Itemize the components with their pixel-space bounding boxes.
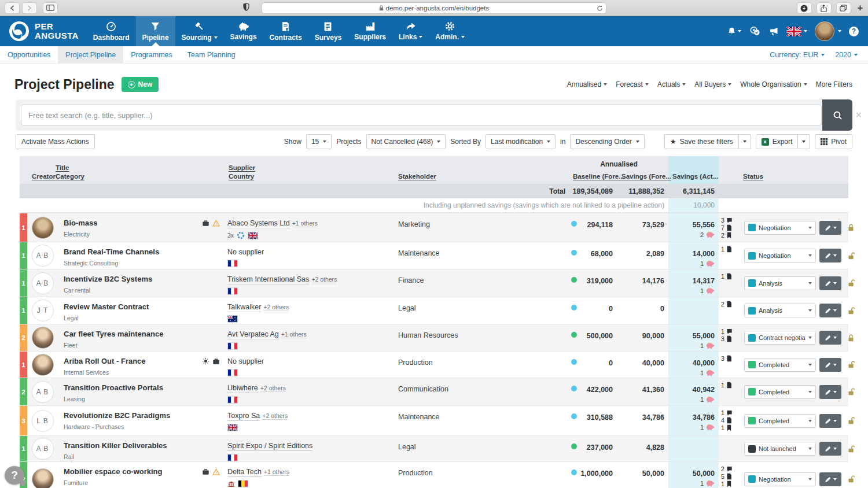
supplier-link[interactable]: Triskem International Sas	[227, 275, 309, 284]
status-dropdown[interactable]: Analysis	[744, 276, 816, 290]
reload-icon[interactable]	[597, 5, 603, 12]
project-title[interactable]: Transition Proactive Portals	[64, 383, 163, 392]
supplier-link[interactable]: Toxpro Sa	[227, 412, 260, 421]
creator-avatar[interactable]	[32, 217, 54, 239]
forward-button[interactable]	[22, 2, 37, 14]
nav-item-surveys[interactable]: Surveys	[308, 16, 348, 46]
status-dropdown[interactable]: Completed	[744, 414, 816, 428]
edit-button[interactable]	[819, 414, 841, 428]
year-selector[interactable]: 2020	[835, 51, 858, 59]
nav-item-dashboard[interactable]: Dashboard	[87, 16, 136, 46]
subtab-project-pipeline[interactable]: Project Pipeline	[58, 46, 123, 63]
tab-overview-button[interactable]	[836, 2, 851, 14]
nav-item-links[interactable]: Links	[392, 16, 429, 46]
supplier-others[interactable]: +2 others	[311, 276, 337, 283]
col-header-savings-actual[interactable]: Savings (Act...	[672, 173, 718, 180]
supplier-others[interactable]: +2 others	[263, 304, 289, 311]
edit-button[interactable]	[819, 331, 841, 345]
project-title[interactable]: Incentivize B2C Systems	[64, 275, 152, 283]
status-dropdown[interactable]: Contract negotiation	[744, 331, 816, 345]
filter-actuals[interactable]: Actuals	[657, 80, 686, 88]
lock-open-icon[interactable]	[847, 416, 855, 425]
save-filters-caret-button[interactable]	[739, 134, 751, 149]
sorted-by-select[interactable]: Last modification	[486, 134, 556, 149]
creator-avatar[interactable]: A B	[32, 381, 54, 403]
status-dropdown[interactable]: Completed	[744, 358, 816, 372]
creator-avatar[interactable]	[32, 327, 54, 349]
help-icon[interactable]: ?	[849, 27, 859, 36]
back-button[interactable]	[5, 2, 20, 14]
save-filters-button[interactable]: ★Save these filters	[664, 134, 739, 149]
col-header-creator[interactable]: Creator	[32, 173, 56, 180]
filter-more-filters[interactable]: More Filters	[816, 80, 852, 88]
export-button[interactable]: xExport	[756, 134, 799, 149]
edit-button[interactable]	[819, 221, 841, 235]
currency-selector[interactable]: Currency: EUR	[770, 51, 825, 59]
edit-button[interactable]	[819, 442, 841, 456]
lock-open-icon[interactable]	[847, 252, 855, 260]
nav-item-admin[interactable]: Admin.	[429, 16, 471, 46]
edit-button[interactable]	[819, 249, 841, 263]
project-title[interactable]: Bio-mass	[64, 219, 98, 227]
subtab-programmes[interactable]: Programmes	[123, 46, 180, 63]
project-title[interactable]: Review Master Contract	[64, 302, 149, 311]
project-title[interactable]: Revolutionize B2C Paradigms	[64, 411, 170, 420]
col-header-stakeholder[interactable]: Stakeholder	[398, 173, 436, 180]
nav-item-savings[interactable]: Savings	[224, 16, 263, 46]
downloads-button[interactable]	[797, 2, 812, 14]
supplier-link[interactable]: Spirit Expo / Spirit Editions	[227, 442, 312, 451]
supplier-others[interactable]: +2 others	[262, 412, 288, 420]
export-caret-button[interactable]	[798, 134, 810, 149]
projects-select[interactable]: Not Cancelled (468)	[366, 134, 446, 149]
creator-avatar[interactable]	[32, 468, 54, 488]
subtab-team-planning[interactable]: Team Planning	[180, 46, 243, 63]
tags-check-icon[interactable]	[749, 26, 762, 36]
new-button[interactable]: +New	[122, 77, 159, 92]
lock-open-icon[interactable]	[847, 360, 855, 369]
edit-button[interactable]	[819, 472, 841, 486]
megaphone-icon[interactable]	[769, 27, 779, 36]
supplier-link[interactable]: Ubiwhere	[227, 384, 258, 393]
lock-open-icon[interactable]	[847, 445, 855, 453]
supplier-others[interactable]: +1 others	[281, 331, 307, 338]
lock-closed-icon[interactable]	[847, 334, 855, 342]
filter-whole-organisation[interactable]: Whole Organisation	[740, 80, 807, 88]
status-dropdown[interactable]: Negotiation	[744, 249, 816, 263]
supplier-others[interactable]: +1 others	[292, 220, 318, 227]
col-header-savings-forecast[interactable]: Savings (Fore...	[621, 173, 671, 180]
filter-annualised[interactable]: Annualised	[567, 80, 607, 88]
order-select[interactable]: Descending Order	[570, 134, 644, 149]
subtab-opportunities[interactable]: Opportunities	[0, 46, 58, 63]
supplier-others[interactable]: +2 others	[260, 385, 286, 392]
col-header-supplier[interactable]: Supplier	[229, 164, 255, 171]
nav-item-suppliers[interactable]: Suppliers	[348, 16, 392, 46]
supplier-others[interactable]: +1 others	[264, 468, 289, 476]
status-dropdown[interactable]: Negotiation	[744, 472, 816, 486]
col-header-country[interactable]: Country	[229, 173, 254, 180]
language-selector[interactable]	[786, 27, 807, 36]
edit-button[interactable]	[819, 276, 841, 290]
project-title[interactable]: Car fleet Tyres maintenance	[64, 330, 163, 338]
lock-open-icon[interactable]	[847, 306, 855, 315]
status-dropdown[interactable]: Negotiation	[744, 221, 816, 235]
creator-avatar[interactable]: A B	[32, 272, 54, 294]
col-header-status[interactable]: Status	[743, 173, 763, 180]
creator-avatar[interactable]: A B	[32, 438, 54, 460]
supplier-link[interactable]: Avt Verpatec Ag	[227, 330, 279, 339]
nav-item-pipeline[interactable]: Pipeline	[136, 16, 175, 46]
project-title[interactable]: Mobilier espace co-working	[64, 467, 163, 476]
creator-avatar[interactable]: A B	[32, 245, 54, 267]
supplier-link[interactable]: Delta Tech	[227, 468, 262, 477]
new-tab-button[interactable]: +	[855, 3, 866, 13]
project-title[interactable]: Ariba Roll Out - France	[64, 357, 146, 365]
creator-avatar[interactable]: J T	[32, 300, 54, 321]
sidebar-toggle-button[interactable]	[43, 2, 58, 14]
notifications-button[interactable]	[727, 27, 741, 36]
edit-button[interactable]	[819, 385, 841, 399]
status-dropdown[interactable]: Completed	[744, 385, 816, 399]
nav-item-contracts[interactable]: Contracts	[263, 16, 308, 46]
user-menu[interactable]	[815, 21, 841, 41]
project-title[interactable]: Transition Killer Deliverables	[64, 441, 167, 450]
clear-search-icon[interactable]: ✕	[855, 110, 862, 120]
search-button[interactable]	[822, 99, 852, 131]
